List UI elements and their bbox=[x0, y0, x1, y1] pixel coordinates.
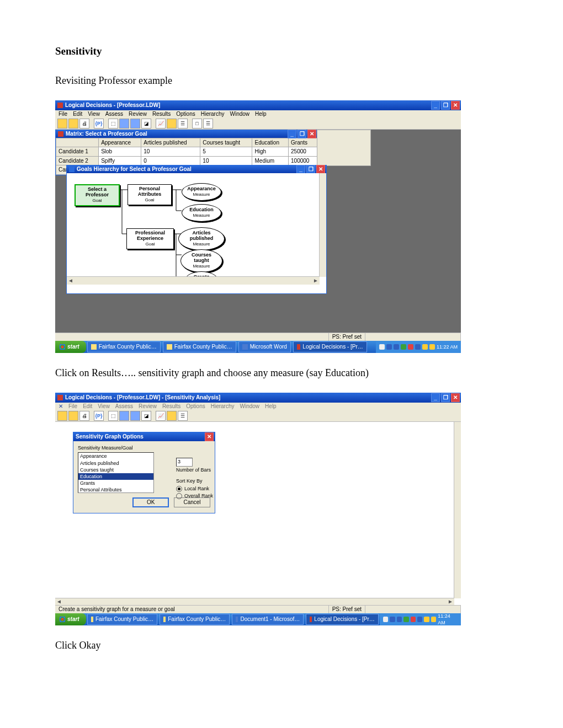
list-item[interactable]: Appearance bbox=[78, 453, 153, 459]
tray-icon[interactable] bbox=[401, 344, 406, 350]
node-appearance[interactable]: AppearanceMeasure bbox=[182, 183, 221, 201]
tray-icon[interactable] bbox=[411, 617, 416, 622]
node-root[interactable]: Select a ProfessorGoal bbox=[75, 184, 120, 206]
toolbar-button[interactable]: □ bbox=[192, 119, 202, 129]
menu-review[interactable]: Review bbox=[139, 403, 157, 410]
maximize-button[interactable]: ❐ bbox=[441, 393, 450, 402]
list-item-selected[interactable]: Education bbox=[78, 473, 153, 480]
toolbar-button[interactable] bbox=[130, 411, 140, 421]
tray-icon[interactable] bbox=[397, 617, 402, 622]
toolbar-button[interactable] bbox=[119, 119, 129, 129]
list-item[interactable]: Grants bbox=[78, 480, 153, 486]
toolbar-button[interactable] bbox=[68, 119, 78, 129]
node-professional-experience[interactable]: Professional ExperienceGoal bbox=[126, 228, 174, 249]
taskbar-item[interactable]: Fairfax County Public… bbox=[163, 341, 236, 352]
menu-hierarchy[interactable]: Hierarchy bbox=[211, 403, 235, 410]
list-item[interactable]: Personal Attributes bbox=[78, 486, 153, 493]
menu-file[interactable]: File bbox=[68, 403, 77, 410]
measure-listbox[interactable]: Appearance Articles published Courses ta… bbox=[78, 452, 154, 493]
toolbar-button[interactable]: ☰ bbox=[178, 411, 188, 421]
menu-help[interactable]: Help bbox=[265, 403, 277, 410]
start-button[interactable]: start bbox=[55, 341, 86, 353]
toolbar-button[interactable]: ☰ bbox=[178, 119, 188, 129]
tray-icon[interactable] bbox=[394, 344, 399, 350]
menu-view[interactable]: View bbox=[88, 110, 100, 118]
close-button[interactable]: ✕ bbox=[316, 165, 325, 174]
tray-icon[interactable] bbox=[408, 344, 413, 350]
close-button[interactable]: ✕ bbox=[451, 101, 460, 110]
minimize-button[interactable]: _ bbox=[288, 130, 296, 138]
node-personal-attributes[interactable]: Personal AttributesGoal bbox=[128, 184, 172, 205]
menu-assess[interactable]: Assess bbox=[105, 110, 123, 118]
scrollbar-vertical[interactable] bbox=[319, 173, 326, 277]
node-education[interactable]: EducationMeasure bbox=[182, 204, 221, 222]
toolbar-button[interactable]: ⬚ bbox=[108, 119, 118, 129]
close-button[interactable]: ✕ bbox=[307, 130, 316, 138]
toolbar-button[interactable] bbox=[68, 411, 78, 421]
toolbar-button[interactable]: ☰ bbox=[203, 119, 213, 129]
close-button[interactable]: ✕ bbox=[451, 393, 460, 402]
menu-assess[interactable]: Assess bbox=[115, 403, 133, 410]
radio-local-rank[interactable]: Local Rank bbox=[176, 485, 215, 492]
toolbar-button[interactable]: 📈 bbox=[156, 411, 166, 421]
toolbar-button[interactable]: {P} bbox=[94, 119, 104, 129]
menu-window[interactable]: Window bbox=[230, 110, 250, 118]
taskbar-item-active[interactable]: Logical Decisions - [Pr… bbox=[306, 614, 379, 625]
toolbar-button[interactable] bbox=[130, 119, 140, 129]
toolbar-button[interactable]: ⬚ bbox=[108, 411, 118, 421]
toolbar-button[interactable] bbox=[119, 411, 129, 421]
menu-results[interactable]: Results bbox=[152, 110, 171, 118]
toolbar-button[interactable] bbox=[57, 411, 67, 421]
node-articles[interactable]: Articles publishedMeasure bbox=[178, 227, 225, 250]
menu-hierarchy[interactable]: Hierarchy bbox=[201, 110, 225, 118]
num-bars-input[interactable]: 3 bbox=[176, 458, 193, 467]
tray-icon[interactable] bbox=[383, 617, 388, 622]
toolbar-button[interactable]: 🖨 bbox=[79, 411, 89, 421]
tray-icon[interactable] bbox=[431, 617, 436, 622]
tray-icon[interactable] bbox=[386, 344, 392, 350]
toolbar-button[interactable] bbox=[167, 411, 177, 421]
dialog-close-button[interactable]: ✕ bbox=[205, 432, 214, 441]
tray-icon[interactable] bbox=[424, 617, 429, 622]
maximize-button[interactable]: ❐ bbox=[441, 101, 450, 110]
maximize-button[interactable]: ❐ bbox=[306, 165, 315, 174]
toolbar-button[interactable]: {P} bbox=[94, 411, 104, 421]
menu-view[interactable]: View bbox=[98, 403, 110, 410]
taskbar-item[interactable]: Fairfax County Public… bbox=[160, 614, 230, 625]
scrollbar-vertical[interactable] bbox=[454, 422, 461, 598]
menu-help[interactable]: Help bbox=[255, 110, 267, 118]
menu-options[interactable]: Options bbox=[176, 110, 195, 118]
hierarchy-canvas[interactable]: Select a ProfessorGoal Personal Attribut… bbox=[67, 173, 326, 285]
menu-options[interactable]: Options bbox=[186, 403, 205, 410]
taskbar-item[interactable]: Fairfax County Public… bbox=[87, 614, 157, 625]
menu-review[interactable]: Review bbox=[129, 110, 147, 118]
ok-button[interactable]: OK bbox=[132, 497, 169, 507]
toolbar-button[interactable]: 🖨 bbox=[79, 119, 89, 129]
menu-file[interactable]: File bbox=[59, 110, 67, 118]
minimize-button[interactable]: _ bbox=[296, 165, 305, 174]
taskbar-item-active[interactable]: Logical Decisions - [Pr… bbox=[293, 341, 367, 352]
tray-icon[interactable] bbox=[415, 344, 421, 350]
taskbar-item[interactable]: Document1 - Microsof… bbox=[232, 614, 304, 625]
list-item[interactable]: Articles published bbox=[78, 460, 153, 467]
toolbar-button[interactable]: 📈 bbox=[156, 119, 166, 129]
list-item[interactable]: Courses taught bbox=[78, 467, 153, 473]
scrollbar-horizontal[interactable] bbox=[67, 276, 320, 285]
node-courses[interactable]: Courses taughtMeasure bbox=[180, 249, 222, 272]
toolbar-button[interactable] bbox=[167, 119, 177, 129]
toolbar-button[interactable]: ◪ bbox=[141, 119, 151, 129]
matrix-row[interactable]: Candidate 2 Spiffy 0 10 Medium 100000 bbox=[56, 156, 317, 165]
menu-edit[interactable]: Edit bbox=[73, 110, 82, 118]
scrollbar-horizontal[interactable] bbox=[55, 598, 454, 605]
start-button[interactable]: start bbox=[55, 613, 86, 625]
toolbar-button[interactable] bbox=[57, 119, 67, 129]
toolbar-button[interactable]: ◪ bbox=[141, 411, 151, 421]
tray-icon[interactable] bbox=[429, 344, 435, 350]
taskbar-item[interactable]: Microsoft Word bbox=[238, 341, 291, 352]
maximize-button[interactable]: ❐ bbox=[298, 130, 306, 138]
minimize-button[interactable]: _ bbox=[431, 101, 440, 110]
taskbar-item[interactable]: Fairfax County Public… bbox=[87, 341, 161, 352]
menu-edit[interactable]: Edit bbox=[83, 403, 92, 410]
menu-window[interactable]: Window bbox=[240, 403, 260, 410]
radio-overall-rank[interactable]: Overall Rank bbox=[176, 493, 215, 499]
